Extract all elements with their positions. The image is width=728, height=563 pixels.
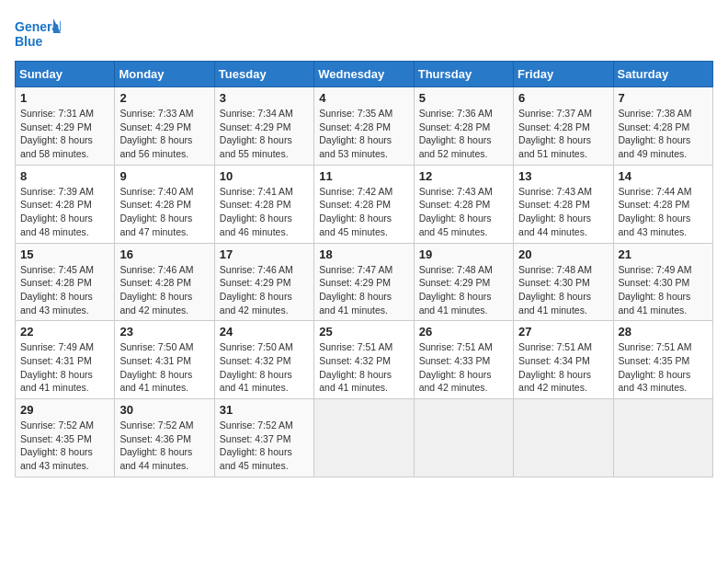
- calendar-cell: [514, 399, 613, 477]
- day-number: 17: [220, 247, 309, 261]
- day-info: Sunrise: 7:52 AM Sunset: 4:37 PM Dayligh…: [220, 419, 309, 473]
- day-info: Sunrise: 7:47 AM Sunset: 4:29 PM Dayligh…: [319, 263, 408, 317]
- calendar-cell: 1 Sunrise: 7:31 AM Sunset: 4:29 PM Dayli…: [16, 87, 115, 166]
- day-info: Sunrise: 7:50 AM Sunset: 4:32 PM Dayligh…: [220, 340, 309, 395]
- day-info: Sunrise: 7:49 AM Sunset: 4:31 PM Dayligh…: [20, 340, 109, 395]
- day-info: Sunrise: 7:31 AM Sunset: 4:29 PM Dayligh…: [20, 107, 109, 161]
- col-header-thursday: Thursday: [414, 62, 513, 87]
- logo-icon: General Blue: [15, 15, 61, 53]
- day-number: 29: [20, 403, 109, 417]
- calendar-cell: 14 Sunrise: 7:44 AM Sunset: 4:28 PM Dayl…: [613, 165, 712, 243]
- calendar-cell: 7 Sunrise: 7:38 AM Sunset: 4:28 PM Dayli…: [613, 87, 712, 166]
- calendar-cell: 31 Sunrise: 7:52 AM Sunset: 4:37 PM Dayl…: [214, 399, 313, 477]
- day-number: 16: [119, 247, 209, 261]
- calendar-cell: 12 Sunrise: 7:43 AM Sunset: 4:28 PM Dayl…: [414, 165, 513, 243]
- calendar-cell: 20 Sunrise: 7:48 AM Sunset: 4:30 PM Dayl…: [514, 243, 613, 321]
- calendar-cell: 25 Sunrise: 7:51 AM Sunset: 4:32 PM Dayl…: [314, 321, 414, 399]
- day-number: 8: [20, 169, 109, 183]
- calendar-cell: 15 Sunrise: 7:45 AM Sunset: 4:28 PM Dayl…: [16, 243, 115, 321]
- calendar-cell: 24 Sunrise: 7:50 AM Sunset: 4:32 PM Dayl…: [214, 321, 313, 399]
- calendar-week-5: 29 Sunrise: 7:52 AM Sunset: 4:35 PM Dayl…: [16, 399, 713, 477]
- day-info: Sunrise: 7:37 AM Sunset: 4:28 PM Dayligh…: [518, 107, 608, 161]
- day-number: 15: [20, 247, 109, 261]
- day-info: Sunrise: 7:35 AM Sunset: 4:28 PM Dayligh…: [319, 107, 408, 161]
- calendar-cell: 19 Sunrise: 7:48 AM Sunset: 4:29 PM Dayl…: [414, 243, 513, 321]
- calendar-cell: 29 Sunrise: 7:52 AM Sunset: 4:35 PM Dayl…: [16, 399, 115, 477]
- calendar-cell: 27 Sunrise: 7:51 AM Sunset: 4:34 PM Dayl…: [514, 321, 613, 399]
- day-info: Sunrise: 7:40 AM Sunset: 4:28 PM Dayligh…: [119, 185, 209, 239]
- day-info: Sunrise: 7:52 AM Sunset: 4:35 PM Dayligh…: [20, 419, 109, 473]
- day-number: 11: [319, 169, 408, 183]
- page-header: General Blue: [15, 15, 713, 53]
- day-number: 23: [119, 325, 209, 339]
- day-number: 3: [220, 91, 309, 105]
- calendar-cell: [613, 399, 712, 477]
- day-info: Sunrise: 7:43 AM Sunset: 4:28 PM Dayligh…: [518, 185, 608, 239]
- calendar-cell: 17 Sunrise: 7:46 AM Sunset: 4:29 PM Dayl…: [214, 243, 313, 321]
- day-number: 9: [119, 169, 209, 183]
- day-info: Sunrise: 7:38 AM Sunset: 4:28 PM Dayligh…: [619, 107, 708, 161]
- day-number: 31: [220, 403, 309, 417]
- day-info: Sunrise: 7:50 AM Sunset: 4:31 PM Dayligh…: [119, 340, 209, 395]
- calendar-week-1: 1 Sunrise: 7:31 AM Sunset: 4:29 PM Dayli…: [16, 87, 713, 166]
- day-info: Sunrise: 7:51 AM Sunset: 4:34 PM Dayligh…: [518, 340, 608, 395]
- day-number: 25: [319, 325, 408, 339]
- day-info: Sunrise: 7:41 AM Sunset: 4:28 PM Dayligh…: [220, 185, 309, 239]
- day-info: Sunrise: 7:48 AM Sunset: 4:30 PM Dayligh…: [518, 263, 608, 317]
- calendar-cell: 18 Sunrise: 7:47 AM Sunset: 4:29 PM Dayl…: [314, 243, 414, 321]
- day-number: 10: [220, 169, 309, 183]
- col-header-saturday: Saturday: [613, 62, 712, 87]
- day-info: Sunrise: 7:46 AM Sunset: 4:29 PM Dayligh…: [220, 263, 309, 317]
- day-number: 13: [518, 169, 608, 183]
- calendar-cell: [314, 399, 414, 477]
- day-info: Sunrise: 7:48 AM Sunset: 4:29 PM Dayligh…: [419, 263, 508, 317]
- calendar-cell: 22 Sunrise: 7:49 AM Sunset: 4:31 PM Dayl…: [16, 321, 115, 399]
- day-info: Sunrise: 7:51 AM Sunset: 4:35 PM Dayligh…: [619, 340, 708, 395]
- day-info: Sunrise: 7:52 AM Sunset: 4:36 PM Dayligh…: [119, 419, 209, 473]
- calendar-cell: 6 Sunrise: 7:37 AM Sunset: 4:28 PM Dayli…: [514, 87, 613, 166]
- day-info: Sunrise: 7:43 AM Sunset: 4:28 PM Dayligh…: [419, 185, 508, 239]
- day-number: 24: [220, 325, 309, 339]
- day-number: 28: [619, 325, 708, 339]
- logo: General Blue: [15, 15, 61, 53]
- calendar-cell: 4 Sunrise: 7:35 AM Sunset: 4:28 PM Dayli…: [314, 87, 414, 166]
- day-number: 26: [419, 325, 508, 339]
- day-info: Sunrise: 7:44 AM Sunset: 4:28 PM Dayligh…: [619, 185, 708, 239]
- day-info: Sunrise: 7:36 AM Sunset: 4:28 PM Dayligh…: [419, 107, 508, 161]
- day-info: Sunrise: 7:51 AM Sunset: 4:32 PM Dayligh…: [319, 340, 408, 395]
- col-header-tuesday: Tuesday: [214, 62, 313, 87]
- calendar-cell: 13 Sunrise: 7:43 AM Sunset: 4:28 PM Dayl…: [514, 165, 613, 243]
- calendar-week-2: 8 Sunrise: 7:39 AM Sunset: 4:28 PM Dayli…: [16, 165, 713, 243]
- calendar-week-3: 15 Sunrise: 7:45 AM Sunset: 4:28 PM Dayl…: [16, 243, 713, 321]
- calendar-cell: 9 Sunrise: 7:40 AM Sunset: 4:28 PM Dayli…: [115, 165, 214, 243]
- calendar-cell: 21 Sunrise: 7:49 AM Sunset: 4:30 PM Dayl…: [613, 243, 712, 321]
- day-info: Sunrise: 7:49 AM Sunset: 4:30 PM Dayligh…: [619, 263, 708, 317]
- day-number: 12: [419, 169, 508, 183]
- col-header-wednesday: Wednesday: [314, 62, 414, 87]
- col-header-sunday: Sunday: [16, 62, 115, 87]
- calendar-cell: 11 Sunrise: 7:42 AM Sunset: 4:28 PM Dayl…: [314, 165, 414, 243]
- day-number: 21: [619, 247, 708, 261]
- col-header-monday: Monday: [115, 62, 214, 87]
- calendar-cell: 30 Sunrise: 7:52 AM Sunset: 4:36 PM Dayl…: [115, 399, 214, 477]
- day-number: 18: [319, 247, 408, 261]
- calendar-cell: 5 Sunrise: 7:36 AM Sunset: 4:28 PM Dayli…: [414, 87, 513, 166]
- calendar-cell: [414, 399, 513, 477]
- day-info: Sunrise: 7:51 AM Sunset: 4:33 PM Dayligh…: [419, 340, 508, 395]
- day-number: 1: [20, 91, 109, 105]
- svg-text:Blue: Blue: [15, 34, 43, 49]
- day-info: Sunrise: 7:46 AM Sunset: 4:28 PM Dayligh…: [119, 263, 209, 317]
- day-number: 27: [518, 325, 608, 339]
- day-info: Sunrise: 7:45 AM Sunset: 4:28 PM Dayligh…: [20, 263, 109, 317]
- calendar-cell: 28 Sunrise: 7:51 AM Sunset: 4:35 PM Dayl…: [613, 321, 712, 399]
- day-number: 5: [419, 91, 508, 105]
- day-number: 4: [319, 91, 408, 105]
- day-info: Sunrise: 7:34 AM Sunset: 4:29 PM Dayligh…: [220, 107, 309, 161]
- calendar-cell: 3 Sunrise: 7:34 AM Sunset: 4:29 PM Dayli…: [214, 87, 313, 166]
- day-info: Sunrise: 7:39 AM Sunset: 4:28 PM Dayligh…: [20, 185, 109, 239]
- calendar-cell: 23 Sunrise: 7:50 AM Sunset: 4:31 PM Dayl…: [115, 321, 214, 399]
- day-number: 19: [419, 247, 508, 261]
- calendar-cell: 16 Sunrise: 7:46 AM Sunset: 4:28 PM Dayl…: [115, 243, 214, 321]
- calendar-cell: 10 Sunrise: 7:41 AM Sunset: 4:28 PM Dayl…: [214, 165, 313, 243]
- day-info: Sunrise: 7:42 AM Sunset: 4:28 PM Dayligh…: [319, 185, 408, 239]
